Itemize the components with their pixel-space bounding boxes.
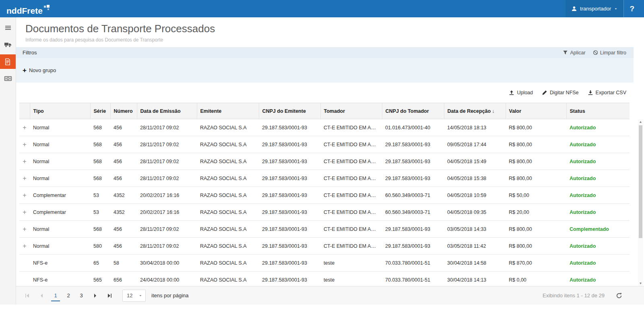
digitar-nfse-button[interactable]: Digitar NFSe <box>542 90 579 95</box>
sidebar-menu-toggle[interactable] <box>0 21 16 35</box>
expand-row-icon[interactable]: + <box>23 192 26 199</box>
cell-status: Autorizado <box>566 187 630 204</box>
cell-tipo: Normal <box>30 119 90 136</box>
column-header[interactable]: CNPJ do Emitente <box>259 103 320 119</box>
column-header[interactable]: Status <box>566 103 630 119</box>
menu-icon <box>4 24 12 31</box>
cell-valor: R$ 800,00 <box>506 221 566 238</box>
user-menu[interactable]: transportador <box>566 0 623 17</box>
column-header[interactable]: Valor <box>506 103 566 119</box>
expand-row-icon[interactable]: + <box>23 175 26 182</box>
expand-row-icon[interactable]: + <box>23 158 26 165</box>
cell-cnpj-emitente: 29.187.583/0001-93 <box>259 272 320 286</box>
cell-status: Autorizado <box>566 238 630 255</box>
refresh-button[interactable] <box>616 292 622 299</box>
cell-valor: R$ 0,00 <box>506 272 566 286</box>
last-page-button[interactable] <box>102 286 117 305</box>
cell-data-recepcao: 30/04/2018 14:13 <box>444 272 506 286</box>
table-row[interactable]: + NFS-e 65 58 30/04/2018 00:00 RAZAO SOC… <box>19 255 630 272</box>
table-row[interactable]: + Normal 568 456 28/11/2017 09:02 RAZAO … <box>19 119 630 136</box>
table-row[interactable]: + Normal 568 456 28/11/2017 09:02 RAZAO … <box>19 136 630 153</box>
filters-panel-header[interactable]: Filtros Aplicar Limpar filtro <box>16 47 634 58</box>
table-row[interactable]: + Normal 580 456 28/11/2017 09:02 RAZAO … <box>19 238 630 255</box>
next-page-button[interactable] <box>88 286 102 305</box>
table-row[interactable]: + Normal 568 456 28/11/2017 09:02 RAZAO … <box>19 221 630 238</box>
cell-emitente: RAZAO SOCIAL S.A <box>197 255 259 272</box>
expand-row-icon[interactable]: + <box>23 226 26 232</box>
scroll-down-icon[interactable]: ▼ <box>639 281 642 286</box>
scrollbar-thumb[interactable] <box>639 125 642 238</box>
grid-body: + Normal 568 456 28/11/2017 09:02 RAZAO … <box>19 119 630 286</box>
apply-filter-button[interactable]: Aplicar <box>563 50 585 56</box>
cell-cnpj-emitente: 29.187.583/0001-93 <box>259 136 320 153</box>
cell-emitente: RAZAO SOCIAL S.A <box>197 170 259 187</box>
table-row[interactable]: + Normal 568 456 28/11/2017 09:02 RAZAO … <box>19 170 630 187</box>
cell-serie: 53 <box>90 204 110 221</box>
cell-cnpj-tomador: 70.033.780/0001-51 <box>382 255 444 272</box>
brand-name: nddFrete <box>6 6 43 15</box>
expand-row-icon[interactable]: + <box>23 243 26 249</box>
cell-data-emissao: 20/02/2017 16:16 <box>137 204 197 221</box>
export-csv-button[interactable]: Exportar CSV <box>588 90 626 95</box>
cell-data-recepcao: 14/05/2018 18:13 <box>444 119 506 136</box>
column-header[interactable]: Tomador <box>320 103 382 119</box>
prev-page-button[interactable] <box>35 286 49 305</box>
page-button-1[interactable]: 1 <box>49 286 62 305</box>
page-size-select[interactable]: 12 <box>122 290 146 302</box>
table-row[interactable]: + Complementar 53 4352 20/02/2017 16:16 … <box>19 187 630 204</box>
expand-row-icon[interactable]: + <box>23 141 26 148</box>
column-header[interactable]: Série <box>90 103 110 119</box>
column-header[interactable]: CNPJ do Tomador <box>382 103 444 119</box>
grid-toolbar: Upload Digitar NFSe Exportar CSV <box>16 83 644 103</box>
sidebar-item-transporte[interactable] <box>0 37 16 52</box>
cell-data-recepcao: 03/05/2018 14:33 <box>444 221 506 238</box>
table-row[interactable]: + Complementar 53 4352 20/02/2017 16:16 … <box>19 204 630 221</box>
cell-numero: 656 <box>110 272 137 286</box>
cell-cnpj-emitente: 29.187.583/0001-93 <box>259 153 320 170</box>
cell-tipo: Complementar <box>30 204 90 221</box>
column-header[interactable]: Emitente <box>197 103 259 119</box>
help-button[interactable]: ? <box>623 0 640 17</box>
vertical-scrollbar[interactable]: ▲ ▼ <box>638 119 643 286</box>
expand-row-icon[interactable]: + <box>23 209 26 216</box>
cell-data-recepcao: 04/05/2018 15:38 <box>444 170 506 187</box>
cell-tomador: CT-E EMITIDO EM AMBIE... <box>320 221 382 238</box>
cell-data-recepcao: 30/04/2018 14:58 <box>444 255 506 272</box>
cell-serie: 568 <box>90 136 110 153</box>
cell-tomador: teste <box>320 272 382 286</box>
cell-cnpj-tomador: 01.016.473/0001-40 <box>382 119 444 136</box>
column-header[interactable]: Data de Recepção↓ <box>444 103 506 119</box>
app-logo[interactable]: nddFrete <box>6 2 50 15</box>
first-page-button[interactable] <box>20 286 35 305</box>
cell-status: Autorizado <box>566 272 630 286</box>
chevron-down-icon <box>614 7 618 11</box>
cell-valor: R$ 870,00 <box>506 255 566 272</box>
expand-row-icon[interactable]: + <box>23 124 26 131</box>
cell-serie: 53 <box>90 187 110 204</box>
column-header[interactable]: Número <box>110 103 137 119</box>
export-csv-label: Exportar CSV <box>596 90 626 95</box>
help-icon: ? <box>630 4 634 13</box>
page-button-3[interactable]: 3 <box>75 286 88 305</box>
column-header[interactable]: Data de Emissão <box>137 103 197 119</box>
cell-cnpj-emitente: 29.187.583/0001-93 <box>259 221 320 238</box>
cell-data-recepcao: 09/05/2018 17:44 <box>444 136 506 153</box>
user-icon <box>571 6 577 12</box>
table-row[interactable]: + Normal 568 456 28/11/2017 09:02 RAZAO … <box>19 153 630 170</box>
cell-data-emissao: 28/11/2017 09:02 <box>137 238 197 255</box>
scrollbar-track[interactable] <box>638 124 643 281</box>
cell-cnpj-tomador: 29.187.583/0001-93 <box>382 221 444 238</box>
upload-button[interactable]: Upload <box>509 90 533 95</box>
apply-filter-label: Aplicar <box>570 50 585 56</box>
cell-status: Autorizado <box>566 136 630 153</box>
transport-documents-icon <box>4 58 12 66</box>
scroll-up-icon[interactable]: ▲ <box>639 119 642 124</box>
page-button-2[interactable]: 2 <box>62 286 75 305</box>
cell-data-recepcao: 03/05/2018 11:42 <box>444 238 506 255</box>
sidebar-item-financeiro[interactable] <box>0 71 16 86</box>
clear-filter-button[interactable]: Limpar filtro <box>593 50 626 56</box>
column-header[interactable]: Tipo <box>30 103 90 119</box>
sidebar-item-documentos[interactable] <box>0 54 16 69</box>
new-filter-group-button[interactable]: + Novo grupo <box>23 67 56 74</box>
table-row[interactable]: + NFS-e 565 656 24/04/2018 00:00 RAZAO S… <box>19 272 630 286</box>
